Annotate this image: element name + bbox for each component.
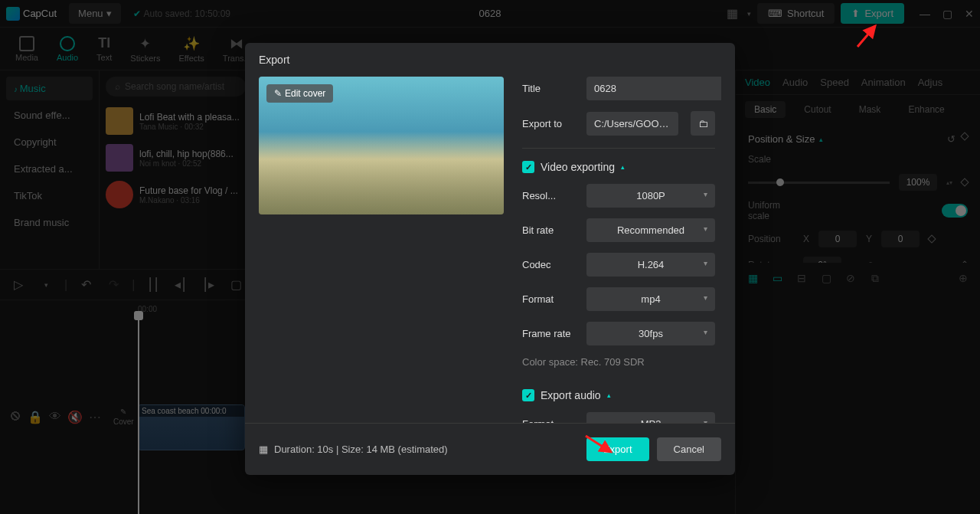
framerate-select[interactable]: 30fps (586, 322, 715, 345)
check-icon[interactable]: ✓ (522, 161, 534, 173)
export-to-label: Export to (522, 118, 574, 129)
bitrate-label: Bit rate (522, 224, 574, 236)
cover-preview: ✎ Edit cover (259, 77, 504, 214)
title-label: Title (522, 83, 574, 94)
resolution-label: Resol... (522, 190, 574, 201)
modal-title: Export (245, 43, 735, 77)
browse-folder-button[interactable]: 🗀 (691, 111, 715, 136)
colorspace-note: Color space: Rec. 709 SDR (522, 356, 715, 368)
folder-icon: 🗀 (698, 118, 708, 129)
collapse-icon[interactable]: ▴ (621, 163, 625, 171)
codec-select[interactable]: H.264 (586, 253, 715, 277)
pencil-icon: ✎ (274, 88, 282, 99)
export-path: C:/Users/GOOD WILL ... (586, 112, 678, 136)
bitrate-select[interactable]: Recommended (586, 218, 715, 242)
edit-cover-button[interactable]: ✎ Edit cover (266, 84, 333, 103)
format-label: Format (522, 293, 574, 305)
export-modal: Export ✎ Edit cover Title Export to C:/U… (245, 43, 735, 475)
check-icon[interactable]: ✓ (522, 389, 534, 401)
audio-section-title: Export audio (541, 389, 601, 401)
format-select[interactable]: mp4 (586, 287, 715, 311)
framerate-label: Frame rate (522, 328, 574, 339)
codec-label: Codec (522, 259, 574, 270)
film-icon: ▦ (259, 444, 268, 455)
resolution-select[interactable]: 1080P (586, 184, 715, 208)
export-confirm-button[interactable]: Export (586, 437, 649, 461)
title-input[interactable] (586, 77, 721, 100)
collapse-icon[interactable]: ▴ (607, 391, 611, 399)
export-info: ▦ Duration: 10s | Size: 14 MB (estimated… (259, 444, 448, 455)
cancel-button[interactable]: Cancel (657, 437, 721, 461)
video-section-title: Video exporting (541, 161, 615, 173)
audio-format-select[interactable]: MP3 (586, 412, 715, 423)
